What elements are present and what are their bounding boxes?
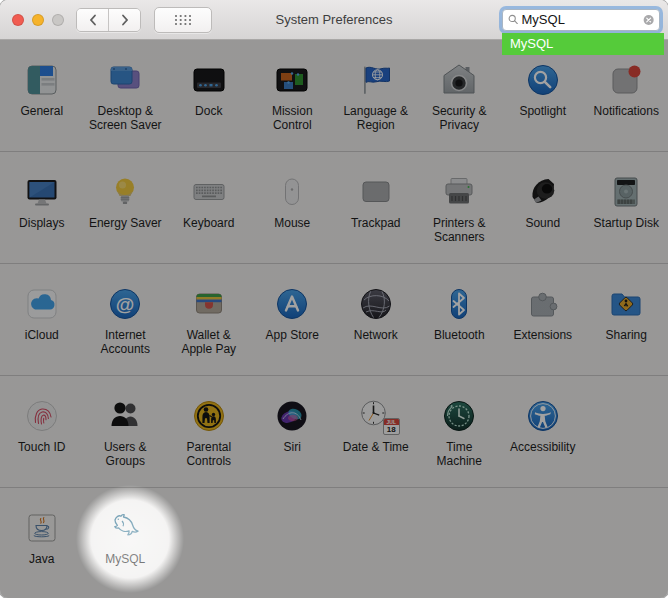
mission-control-icon	[272, 60, 312, 100]
pref-tile-desktop-screen-saver[interactable]: Desktop & Screen Saver	[84, 40, 168, 151]
pref-tile-icloud[interactable]: iCloud	[0, 264, 84, 375]
chevron-left-icon	[88, 13, 98, 27]
pref-tile-label: Mouse	[274, 216, 310, 230]
pref-tile-label: Displays	[19, 216, 64, 230]
pref-tile-label: Trackpad	[351, 216, 401, 230]
extensions-icon	[523, 284, 563, 324]
accessibility-icon	[523, 396, 563, 436]
language-region-icon	[356, 60, 396, 100]
pref-tile-accessibility[interactable]: Accessibility	[501, 376, 585, 487]
pref-tile-trackpad[interactable]: Trackpad	[334, 152, 418, 263]
grid-dots-icon	[173, 13, 193, 27]
prefs-row-1: GeneralDesktop & Screen SaverDockMission…	[0, 40, 668, 152]
displays-icon	[22, 172, 62, 212]
forward-button[interactable]	[108, 9, 140, 31]
pref-tile-dock[interactable]: Dock	[167, 40, 251, 151]
pref-tile-label: Time Machine	[422, 440, 496, 468]
sharing-icon	[606, 284, 646, 324]
pref-tile-printers-scanners[interactable]: Printers & Scanners	[418, 152, 502, 263]
dock-icon	[189, 60, 229, 100]
traffic-lights	[12, 14, 64, 26]
pref-tile-spotlight[interactable]: Spotlight	[501, 40, 585, 151]
bluetooth-icon	[439, 284, 479, 324]
chevron-right-icon	[120, 13, 130, 27]
pref-tile-security-privacy[interactable]: Security & Privacy	[418, 40, 502, 151]
pref-tile-wallet-apple-pay[interactable]: Wallet & Apple Pay	[167, 264, 251, 375]
general-icon	[22, 60, 62, 100]
pref-tile-extensions[interactable]: Extensions	[501, 264, 585, 375]
pref-tile-label: Extensions	[513, 328, 572, 342]
pref-tile-startup-disk[interactable]: Startup Disk	[585, 152, 668, 263]
pref-tile-notifications[interactable]: Notifications	[585, 40, 668, 151]
pref-tile-sound[interactable]: Sound	[501, 152, 585, 263]
pref-tile-sharing[interactable]: Sharing	[585, 264, 668, 375]
siri-icon	[272, 396, 312, 436]
prefs-row-2: DisplaysEnergy SaverKeyboardMouseTrackpa…	[0, 152, 668, 264]
pref-tile-internet-accounts[interactable]: Internet Accounts	[84, 264, 168, 375]
search-result-mysql[interactable]: MySQL	[502, 33, 664, 55]
prefs-row-4: Touch IDUsers & GroupsParental ControlsS…	[0, 376, 668, 488]
pref-tile-label: Parental Controls	[172, 440, 246, 468]
app-store-icon	[272, 284, 312, 324]
prefs-row-3: iCloudInternet AccountsWallet & Apple Pa…	[0, 264, 668, 376]
pref-tile-label: Internet Accounts	[88, 328, 162, 356]
notifications-icon	[606, 60, 646, 100]
pref-tile-label: Keyboard	[183, 216, 234, 230]
pref-tile-label: Touch ID	[18, 440, 65, 454]
pref-tile-displays[interactable]: Displays	[0, 152, 84, 263]
pref-tile-label: Desktop & Screen Saver	[88, 104, 162, 132]
pref-tile-users-groups[interactable]: Users & Groups	[84, 376, 168, 487]
pref-tile-java[interactable]: Java	[0, 488, 84, 598]
pref-tile-keyboard[interactable]: Keyboard	[167, 152, 251, 263]
sound-icon	[523, 172, 563, 212]
trackpad-icon	[356, 172, 396, 212]
pref-tile-label: Bluetooth	[434, 328, 485, 342]
pref-tile-label: Wallet & Apple Pay	[172, 328, 246, 356]
pref-tile-date-time[interactable]: JUL18Date & Time	[334, 376, 418, 487]
clear-search-icon[interactable]	[643, 13, 654, 27]
users-groups-icon	[105, 396, 145, 436]
desktop-screensaver-icon	[105, 60, 145, 100]
prefs-row-5: JavaMySQL	[0, 488, 668, 598]
icloud-icon	[22, 284, 62, 324]
pref-tile-label: Accessibility	[510, 440, 575, 454]
back-button[interactable]	[77, 9, 108, 31]
close-button[interactable]	[12, 14, 24, 26]
pref-tile-mysql[interactable]: MySQL	[84, 488, 168, 598]
energy-saver-icon	[105, 172, 145, 212]
touch-id-icon	[22, 396, 62, 436]
pref-tile-parental-controls[interactable]: Parental Controls	[167, 376, 251, 487]
pref-tile-language-region[interactable]: Language & Region	[334, 40, 418, 151]
pref-tile-label: Notifications	[594, 104, 659, 118]
pref-tile-label: Mission Control	[255, 104, 329, 132]
pref-tile-label: Energy Saver	[89, 216, 162, 230]
minimize-button[interactable]	[32, 14, 44, 26]
pref-tile-network[interactable]: Network	[334, 264, 418, 375]
pref-tile-label: Date & Time	[343, 440, 409, 454]
search-field[interactable]	[502, 9, 660, 31]
pref-tile-bluetooth[interactable]: Bluetooth	[418, 264, 502, 375]
pref-tile-time-machine[interactable]: Time Machine	[418, 376, 502, 487]
pref-tile-label: Sharing	[606, 328, 647, 342]
pref-tile-app-store[interactable]: App Store	[251, 264, 335, 375]
pref-tile-label: Printers & Scanners	[422, 216, 496, 244]
pref-tile-mission-control[interactable]: Mission Control	[251, 40, 335, 151]
search-area: MySQL	[502, 9, 660, 31]
prefs-grid: GeneralDesktop & Screen SaverDockMission…	[0, 40, 668, 598]
pref-tile-general[interactable]: General	[0, 40, 84, 151]
pref-tile-label: Spotlight	[519, 104, 566, 118]
pref-tile-label: General	[20, 104, 63, 118]
pref-tile-label: Users & Groups	[88, 440, 162, 468]
search-input[interactable]	[522, 12, 640, 27]
pref-tile-siri[interactable]: Siri	[251, 376, 335, 487]
titlebar: System Preferences MySQL	[0, 0, 668, 40]
network-icon	[356, 284, 396, 324]
pref-tile-touch-id[interactable]: Touch ID	[0, 376, 84, 487]
pref-tile-label: iCloud	[25, 328, 59, 342]
pref-tile-label: Startup Disk	[594, 216, 659, 230]
show-all-button[interactable]	[154, 7, 212, 33]
date-time-icon: JUL18	[356, 396, 396, 436]
pref-tile-mouse[interactable]: Mouse	[251, 152, 335, 263]
pref-tile-energy-saver[interactable]: Energy Saver	[84, 152, 168, 263]
mouse-icon	[272, 172, 312, 212]
